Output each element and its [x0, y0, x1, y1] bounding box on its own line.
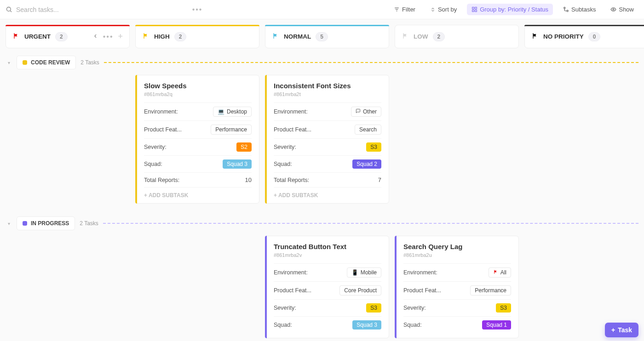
flag-icon [493, 269, 498, 276]
add-subtask-button[interactable]: + ADD SUBTASK [144, 187, 252, 199]
card-title: Slow Speeds [144, 82, 252, 90]
group-divider [104, 62, 638, 63]
field-label: Severity: [274, 305, 296, 311]
lane-header-low[interactable]: LOW 2 [395, 25, 519, 48]
svg-point-10 [567, 10, 568, 11]
card-title: Search Query Lag [403, 243, 511, 250]
environment-chip[interactable]: Other [351, 107, 381, 117]
lane-label: NO PRIORITY [543, 33, 584, 40]
status-dot-icon [23, 221, 27, 226]
severity-badge[interactable]: S3 [366, 142, 381, 152]
subtasks-icon [563, 6, 569, 12]
field-label: Environment: [144, 108, 178, 115]
product-feature-chip[interactable]: Search [355, 125, 381, 135]
severity-badge[interactable]: S2 [236, 142, 252, 152]
fab-label: Task [618, 326, 632, 334]
group-icon [472, 6, 477, 12]
card-id: #861mrba2u [403, 252, 511, 258]
card-id: #861mrba2v [274, 252, 381, 258]
search-wrap [6, 6, 190, 13]
environment-chip[interactable]: 💻Desktop [213, 107, 252, 117]
swimlane-headers: URGENT 2 ••• + HIGH 2 NORMAL 5 LOW 2 NO … [0, 19, 644, 48]
group-code-review: ▾ CODE REVIEW 2 Tasks Slow Speeds #861mr… [0, 48, 644, 216]
search-input[interactable] [16, 6, 117, 13]
total-reports-value: 7 [378, 176, 381, 183]
card-title: Truncated Button Text [274, 243, 381, 250]
lane-count: 2 [55, 32, 68, 41]
lane-count: 0 [588, 32, 601, 41]
svg-rect-8 [475, 10, 477, 12]
top-actions: Filter Sort by Group by: Priority / Stat… [389, 4, 638, 15]
squad-badge[interactable]: Squad 3 [352, 320, 381, 330]
group-count: 2 Tasks [80, 59, 99, 66]
field-label: Total Reports: [274, 177, 309, 183]
field-label: Environment: [274, 108, 308, 115]
product-feature-chip[interactable]: Core Product [339, 285, 381, 296]
lane-header-nopriority[interactable]: NO PRIORITY 0 [524, 25, 644, 48]
group-label: IN PROGRESS [31, 220, 69, 227]
field-label: Product Feat... [144, 126, 182, 133]
task-card[interactable]: Search Query Lag #861mrba2u Environment:… [395, 236, 519, 338]
status-dot-icon [23, 60, 27, 65]
filter-button[interactable]: Filter [389, 4, 420, 15]
lane-header-urgent[interactable]: URGENT 2 ••• + [6, 25, 130, 48]
severity-badge[interactable]: S3 [496, 303, 511, 313]
show-button[interactable]: Show [606, 4, 638, 15]
lane-label: LOW [414, 33, 428, 40]
svg-rect-5 [472, 7, 474, 9]
sort-label: Sort by [438, 6, 457, 13]
group-pill[interactable]: IN PROGRESS [17, 216, 75, 230]
field-label: Severity: [144, 144, 167, 150]
group-pill[interactable]: CODE REVIEW [17, 56, 76, 69]
sort-button[interactable]: Sort by [426, 4, 461, 15]
lane-count: 2 [174, 32, 187, 41]
svg-point-0 [7, 7, 11, 11]
group-label: Group by: Priority / Status [480, 6, 548, 13]
flag-icon [142, 32, 150, 41]
group-in-progress: ▾ IN PROGRESS 2 Tasks Truncated Button T… [0, 216, 644, 341]
task-card[interactable]: Inconsistent Font Sizes #861mrba2t Envir… [265, 75, 389, 204]
other-icon [356, 108, 361, 115]
environment-chip[interactable]: 📱Mobile [347, 267, 381, 278]
subtasks-button[interactable]: Subtasks [558, 4, 600, 15]
lane-count: 2 [433, 32, 445, 41]
search-icon [6, 6, 12, 13]
collapse-caret-icon[interactable]: ▾ [6, 221, 12, 226]
lane-header-normal[interactable]: NORMAL 5 [265, 25, 389, 48]
flag-icon [531, 32, 539, 41]
severity-badge[interactable]: S3 [366, 303, 381, 313]
svg-point-9 [564, 7, 565, 9]
collapse-caret-icon[interactable]: ▾ [6, 60, 12, 65]
filter-icon [394, 6, 400, 12]
chevron-left-icon[interactable] [92, 33, 98, 41]
top-bar: ••• Filter Sort by Group by: Priority / … [0, 0, 644, 19]
field-label: Squad: [274, 161, 292, 167]
filter-label: Filter [402, 6, 415, 13]
field-label: Product Feat... [274, 287, 311, 294]
lane-label: URGENT [24, 33, 51, 40]
desktop-icon: 💻 [218, 108, 224, 115]
field-label: Environment: [274, 269, 308, 276]
task-card[interactable]: Truncated Button Text #861mrba2v Environ… [265, 236, 389, 338]
product-feature-chip[interactable]: Performance [211, 125, 252, 135]
card-id: #861mrba2t [274, 91, 381, 97]
lane-header-high[interactable]: HIGH 2 [135, 25, 259, 48]
environment-chip[interactable]: All [489, 267, 511, 278]
new-task-fab[interactable]: + Task [605, 323, 638, 337]
topbar-more-button[interactable]: ••• [190, 6, 206, 14]
plus-icon: + [611, 326, 615, 334]
lane-add-button[interactable]: + [118, 32, 123, 41]
add-subtask-button[interactable]: + ADD SUBTASK [274, 187, 381, 199]
squad-badge[interactable]: Squad 2 [352, 159, 381, 169]
card-title: Inconsistent Font Sizes [274, 82, 381, 90]
svg-point-11 [613, 9, 614, 10]
task-card[interactable]: Slow Speeds #861mrba2q Environment: 💻Des… [135, 75, 259, 204]
show-label: Show [619, 6, 634, 13]
squad-badge[interactable]: Squad 1 [482, 320, 511, 330]
field-label: Squad: [144, 161, 162, 167]
group-button[interactable]: Group by: Priority / Status [467, 4, 553, 15]
squad-badge[interactable]: Squad 3 [223, 159, 252, 169]
lane-more-button[interactable]: ••• [103, 33, 114, 41]
product-feature-chip[interactable]: Performance [470, 285, 511, 296]
group-divider [103, 223, 638, 224]
